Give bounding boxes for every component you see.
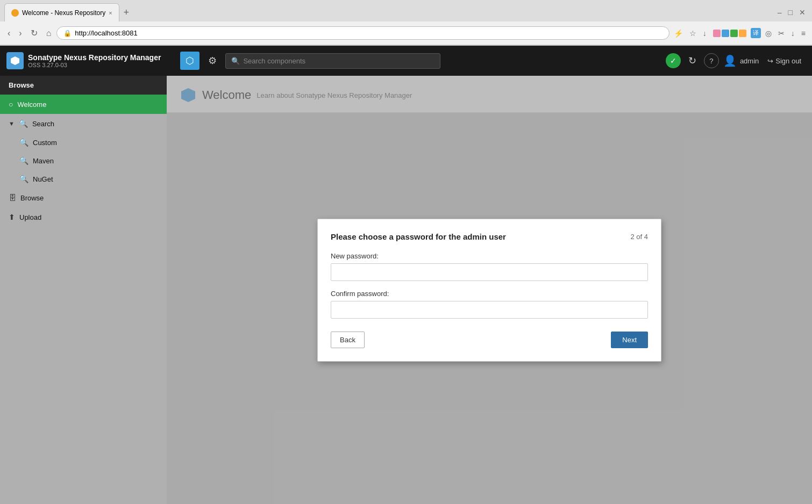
next-button[interactable]: Next [611,332,648,348]
password-dialog: Please choose a password for the admin u… [317,219,661,362]
bookmark-icon[interactable]: ☆ [687,27,699,40]
welcome-icon: ○ [9,100,13,109]
sidebar-item-custom-label: Custom [33,139,57,147]
dialog-footer: Back Next [331,332,648,348]
nav-search[interactable]: 🔍 [225,53,440,69]
tab-close-button[interactable]: × [109,10,112,16]
nav-cube-icon[interactable]: ⬡ [180,52,200,70]
menu-button[interactable]: ≡ [799,27,808,40]
home-button[interactable]: ⌂ [43,26,55,40]
security-icon: 🔒 [63,30,72,37]
sidebar-item-maven[interactable]: 🔍 Maven [0,152,167,170]
tab-favicon [11,9,19,17]
signout-label: Sign out [775,57,801,65]
app-logo-icon [6,52,24,69]
nav-help-button[interactable]: ? [704,53,719,68]
nuget-search-icon: 🔍 [19,175,29,183]
confirm-password-field: Confirm password: [331,290,648,319]
dialog-overlay: Please choose a password for the admin u… [167,76,812,504]
svg-marker-0 [11,56,19,65]
signout-icon: ↪ [767,57,773,65]
nexus-logo-svg [10,55,20,66]
content-area: Welcome Learn about Sonatype Nexus Repos… [167,76,812,504]
browser-toolbar-icons: ⚡ ☆ ↓ 译 ◎ ✂ ↓ ≡ [672,27,808,40]
sidebar-item-custom[interactable]: 🔍 Custom [0,133,167,152]
close-window-button[interactable]: ✕ [797,6,808,19]
cut-icon[interactable]: ✂ [776,27,787,40]
new-tab-button[interactable]: + [119,7,134,18]
nav-search-input[interactable] [243,57,435,65]
url-input[interactable] [75,29,663,37]
maven-search-icon: 🔍 [19,156,29,165]
nav-settings-icon[interactable]: ⚙ [204,51,221,71]
search-expand-icon: ▼ [9,120,15,127]
refresh-button[interactable]: ↻ [27,26,41,40]
dialog-header: Please choose a password for the admin u… [331,232,648,241]
upload-icon: ⬆ [9,213,15,221]
custom-search-icon: 🔍 [19,138,29,147]
profile-icon[interactable] [711,27,749,39]
sidebar-item-welcome[interactable]: ○ Welcome [0,95,167,114]
sidebar-item-upload-label: Upload [19,213,41,221]
arrow-down-icon[interactable]: ↓ [789,27,797,40]
nav-search-icon: 🔍 [231,57,240,65]
app-main: Browse ○ Welcome ▼ 🔍 Search 🔍 Custom 🔍 M… [0,76,812,504]
app-logo-area: Sonatype Nexus Repository Manager OSS 3.… [6,52,161,69]
app-container: Sonatype Nexus Repository Manager OSS 3.… [0,46,812,504]
browser-tab-bar: Welcome - Nexus Repository × + – □ ✕ [0,0,812,21]
sidebar-item-upload[interactable]: ⬆ Upload [0,207,167,227]
back-button[interactable]: Back [331,332,365,348]
sidebar-item-welcome-label: Welcome [17,100,46,109]
nav-right: ✓ ↻ ? 👤 admin ↪ Sign out [666,52,806,70]
minimize-button[interactable]: – [775,6,784,19]
forward-button[interactable]: › [16,26,25,40]
user-icon: 👤 [723,54,737,67]
dialog-step: 2 of 4 [630,233,648,241]
browse-icon: 🗄 [9,193,16,202]
system-status-icon: ✓ [666,53,681,68]
browser-toolbar: ‹ › ↻ ⌂ 🔒 ⚡ ☆ ↓ 译 ◎ ✂ ↓ ≡ [0,21,812,45]
nav-user: 👤 admin [723,54,759,67]
adblock-icon[interactable]: ◎ [763,27,774,40]
confirm-password-label: Confirm password: [331,290,648,298]
sidebar-item-browse-label: Browse [20,194,44,202]
new-password-input[interactable] [331,263,648,281]
sidebar-section-header: Browse [0,76,167,95]
sidebar-item-maven-label: Maven [33,157,54,165]
sidebar-item-search-label: Search [32,120,54,128]
sidebar-item-browse[interactable]: 🗄 Browse [0,188,167,207]
tab-title: Welcome - Nexus Repository [22,9,105,17]
address-bar[interactable]: 🔒 [56,26,669,40]
sidebar-item-nuget-label: NuGet [33,175,53,183]
username-label: admin [740,57,759,65]
dialog-title: Please choose a password for the admin u… [331,232,506,241]
browser-chrome: Welcome - Nexus Repository × + – □ ✕ ‹ ›… [0,0,812,46]
browser-tab-active[interactable]: Welcome - Nexus Repository × [4,3,119,21]
new-password-field: New password: [331,252,648,281]
sidebar: Browse ○ Welcome ▼ 🔍 Search 🔍 Custom 🔍 M… [0,76,167,504]
confirm-password-input[interactable] [331,301,648,319]
app-topnav: Sonatype Nexus Repository Manager OSS 3.… [0,46,812,76]
app-title-sub: OSS 3.27.0-03 [28,62,161,68]
app-title-main: Sonatype Nexus Repository Manager [28,53,161,62]
new-password-label: New password: [331,252,648,260]
app-title: Sonatype Nexus Repository Manager OSS 3.… [28,53,161,68]
translate-icon[interactable]: 译 [751,28,761,38]
sidebar-item-search[interactable]: ▼ 🔍 Search [0,114,167,133]
downloads-icon[interactable]: ↓ [701,27,709,40]
sidebar-item-nuget[interactable]: 🔍 NuGet [0,170,167,188]
maximize-button[interactable]: □ [786,6,795,19]
nav-refresh-button[interactable]: ↻ [685,52,700,70]
extensions-icon[interactable]: ⚡ [672,27,685,40]
back-button[interactable]: ‹ [4,26,13,40]
nav-signout-button[interactable]: ↪ Sign out [763,54,806,68]
search-icon: 🔍 [19,119,28,128]
